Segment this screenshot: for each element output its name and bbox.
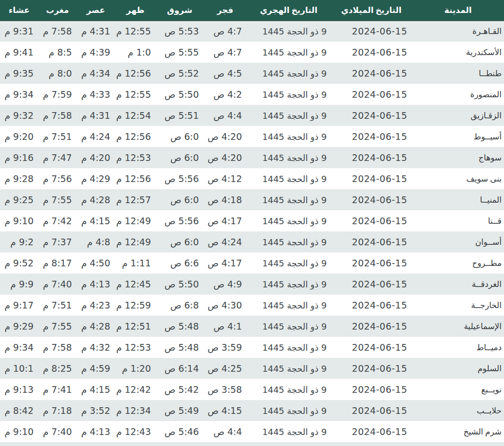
cell-isha: 9:29 م	[0, 316, 38, 337]
cell-isha: 10:1 م	[0, 358, 38, 379]
cell-sunrise: 5:53 ص	[156, 21, 204, 42]
table-body: القـاهـرة2024-06-159 ذو الحجة 14454:7 ص5…	[0, 21, 504, 446]
cell-dhuhr: 12:59 م	[115, 295, 156, 316]
table-row: دميــاط2024-06-159 ذو الحجة 14453:59 ص5:…	[0, 337, 504, 358]
cell-fajr: 4:17 ص	[204, 252, 247, 274]
cell-hijri: 9 ذو الحجة 1445	[247, 105, 331, 126]
prayer-times-table: المدينةالتاريخ الميلاديالتاريخ الهجريفجر…	[0, 0, 504, 446]
table-row: المنيــا2024-06-159 ذو الحجة 14454:18 ص6…	[0, 189, 504, 210]
cell-dhuhr: 12:56 م	[115, 126, 156, 147]
cell-city: القـاهـرة	[412, 21, 504, 42]
cell-isha: 9:9 م	[0, 274, 38, 295]
cell-asr: 4:28 م	[77, 189, 115, 210]
cell-isha: 9:2 م	[0, 231, 38, 252]
table-header: المدينةالتاريخ الميلاديالتاريخ الهجريفجر…	[0, 0, 504, 21]
cell-gregorian	[331, 442, 412, 446]
cell-fajr: 4:20 ص	[204, 147, 247, 168]
cell-city: الزقـازيق	[412, 105, 504, 126]
cell-city: الغردقــة	[412, 274, 504, 295]
cell-dhuhr: 12:53 م	[115, 147, 156, 168]
cell-asr: 4:13 م	[77, 274, 115, 295]
cell-asr: 4:39 م	[77, 42, 115, 63]
cell-sunrise: 6:6 ص	[156, 252, 204, 274]
cell-asr: 4:33 م	[77, 84, 115, 105]
cell-asr: 4:31 م	[77, 105, 115, 126]
cell-gregorian: 2024-06-15	[331, 274, 412, 295]
table-row: حلايــب2024-06-159 ذو الحجة 14454:15 ص5:…	[0, 400, 504, 421]
cell-hijri: 9 ذو الحجة 1445	[247, 379, 331, 400]
cell-city: الخارجــة	[412, 295, 504, 316]
cell-city	[412, 442, 504, 446]
cell-fajr: 3:58 ص	[204, 379, 247, 400]
cell-dhuhr: 12:34 م	[115, 400, 156, 421]
table-row: القـاهـرة2024-06-159 ذو الحجة 14454:7 ص5…	[0, 21, 504, 42]
cell-hijri: 9 ذو الحجة 1445	[247, 168, 331, 189]
cell-city: دميــاط	[412, 337, 504, 358]
table-row: قــنا2024-06-159 ذو الحجة 14454:17 ص5:56…	[0, 210, 504, 231]
cell-maghrib: 8:17 م	[38, 252, 77, 274]
cell-dhuhr: 12:49 م	[115, 210, 156, 231]
cell-fajr: 4:17 ص	[204, 210, 247, 231]
cell-dhuhr: 1:11 م	[115, 252, 156, 274]
cell-dhuhr: 12:55 م	[115, 21, 156, 42]
cell-maghrib: 7:55 م	[38, 316, 77, 337]
cell-hijri: 9 ذو الحجة 1445	[247, 210, 331, 231]
cell-hijri: 9 ذو الحجة 1445	[247, 84, 331, 105]
cell-fajr: 4:9 ص	[204, 274, 247, 295]
cell-fajr: 4:24 ص	[204, 231, 247, 252]
cell-maghrib: 7:40 م	[38, 421, 77, 442]
cell-gregorian: 2024-06-15	[331, 105, 412, 126]
cell-asr: 4:32 م	[77, 337, 115, 358]
cell-asr: 4:8 م	[77, 231, 115, 252]
cell-sunrise: 5:50 ص	[156, 274, 204, 295]
cell-maghrib: 7:42 م	[38, 210, 77, 231]
column-header-gregorian: التاريخ الميلادي	[331, 0, 412, 21]
cell-maghrib: 8:25 م	[38, 358, 77, 379]
column-header-dhuhr: ظهر	[115, 0, 156, 21]
cell-maghrib: 7:40 م	[38, 274, 77, 295]
cell-hijri: 9 ذو الحجة 1445	[247, 295, 331, 316]
cell-maghrib	[38, 442, 77, 446]
cell-dhuhr: 12:49 م	[115, 231, 156, 252]
cell-fajr: 4:20 ص	[204, 126, 247, 147]
cell-dhuhr: 1:0 م	[115, 42, 156, 63]
cell-isha: 9:16 م	[0, 147, 38, 168]
table-row: الأسكندرية2024-06-159 ذو الحجة 14454:7 ص…	[0, 42, 504, 63]
cell-fajr: 4:7 ص	[204, 21, 247, 42]
cell-maghrib: 7:59 م	[38, 84, 77, 105]
column-header-hijri: التاريخ الهجري	[247, 0, 331, 21]
cell-hijri: 9 ذو الحجة 1445	[247, 63, 331, 84]
cell-hijri: 9 ذو الحجة 1445	[247, 400, 331, 421]
cell-maghrib: 7:58 م	[38, 105, 77, 126]
cell-city: طنطــا	[412, 63, 504, 84]
table-row: نويــبع2024-06-159 ذو الحجة 14453:58 ص5:…	[0, 379, 504, 400]
cell-asr: 4:15 م	[77, 210, 115, 231]
cell-dhuhr: 12:56 م	[115, 168, 156, 189]
cell-dhuhr: 12:45 م	[115, 274, 156, 295]
cell-city: مطــروح	[412, 252, 504, 274]
cell-isha: 9:31 م	[0, 21, 38, 42]
cell-fajr: 4:7 ص	[204, 42, 247, 63]
cell-city: بنى سويف	[412, 168, 504, 189]
cell-asr	[77, 442, 115, 446]
cell-sunrise: 6:0 ص	[156, 126, 204, 147]
cell-sunrise: 6:0 ص	[156, 231, 204, 252]
cell-hijri: 9 ذو الحجة 1445	[247, 189, 331, 210]
cell-gregorian: 2024-06-15	[331, 189, 412, 210]
cell-isha: 9:34 م	[0, 337, 38, 358]
cell-city: نويــبع	[412, 379, 504, 400]
cell-maghrib: 7:18 م	[38, 400, 77, 421]
cell-gregorian: 2024-06-15	[331, 231, 412, 252]
cell-gregorian: 2024-06-15	[331, 421, 412, 442]
cell-sunrise: 5:55 ص	[156, 42, 204, 63]
cell-fajr	[204, 442, 247, 446]
cell-asr: 4:15 م	[77, 379, 115, 400]
cell-asr: 4:50 م	[77, 252, 115, 274]
table-row: بنى سويف2024-06-159 ذو الحجة 14454:12 ص5…	[0, 168, 504, 189]
cell-sunrise: 5:46 ص	[156, 421, 204, 442]
cell-maghrib: 8:5 م	[38, 42, 77, 63]
cell-maghrib: 7:58 م	[38, 337, 77, 358]
cell-sunrise: 5:56 ص	[156, 210, 204, 231]
cell-asr: 4:28 م	[77, 316, 115, 337]
cell-sunrise: 5:49 ص	[156, 400, 204, 421]
